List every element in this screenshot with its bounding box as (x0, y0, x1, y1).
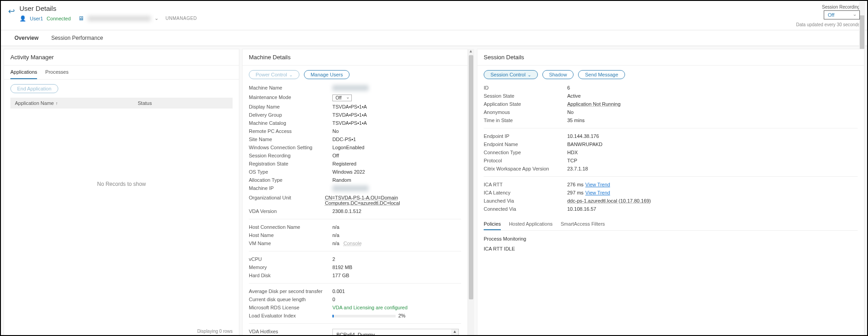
managed-state: UNMANAGED (166, 16, 197, 21)
session-details-panel: Session Details Session Control⌄ Shadow … (477, 49, 864, 336)
organizational-unit[interactable]: CN=TSVDA-PS-1-A,OU=Domain Computers,DC=a… (325, 195, 461, 206)
chevron-down-icon: ⌄ (289, 72, 293, 77)
session-recording-label: Session Recording (796, 5, 860, 9)
machine-catalog: TSVDA•PS•1•A (332, 120, 367, 126)
data-updated-text: Data updated every 30 seconds (796, 22, 860, 27)
view-trend-link[interactable]: View Trend (585, 182, 610, 187)
no-records-text: No Records to show (10, 109, 233, 260)
ica-latency: 297 msView Trend (567, 190, 610, 195)
hotfix-scrollbar[interactable]: ▲▼ (451, 329, 458, 336)
machine-title: Machine Details (243, 49, 467, 66)
disk-queue-length: 0 (332, 297, 335, 302)
chevron-down-icon: ⌄ (527, 72, 531, 77)
console-link[interactable]: Console (343, 241, 361, 246)
machine-name-value (332, 85, 369, 91)
main-tabs: Overview Session Performance (1, 30, 867, 46)
os-type: Windows 2022 (332, 169, 365, 175)
hotfix-item[interactable]: BCRx64_Dummy (336, 331, 450, 336)
anonymous: No (567, 109, 574, 115)
user-name[interactable]: User1 (30, 16, 43, 21)
registration-state: Registered (332, 161, 356, 166)
monitor-icon: 🖥 (78, 15, 84, 22)
time-in-state: 35 mins (567, 118, 585, 123)
divider (249, 283, 461, 284)
remote-pc-access: No (332, 128, 339, 134)
rds-license: VDA and Licensing are configured (332, 305, 407, 310)
connection-type: HDX (567, 150, 578, 155)
send-message-button[interactable]: Send Message (578, 70, 625, 79)
endpoint-name: BANWRUPAKD (567, 142, 602, 147)
apps-table-header: Application Name↑ Status (10, 98, 233, 109)
connection-status: Connected (47, 16, 70, 21)
tab-processes[interactable]: Processes (45, 66, 68, 79)
page-title: User Details (19, 5, 796, 12)
process-monitoring-label: Process Monitoring (484, 236, 858, 241)
divider (249, 323, 461, 324)
scroll-up-icon[interactable]: ▲ (453, 329, 457, 334)
tab-hosted-applications[interactable]: Hosted Applications (509, 218, 553, 230)
back-icon[interactable]: ↩ (8, 6, 15, 16)
load-evaluator-index: 2% (332, 313, 406, 318)
tab-session-performance[interactable]: Session Performance (45, 30, 109, 46)
power-control-button[interactable]: Power Control⌄ (249, 70, 299, 79)
displaying-rows: Displaying 0 rows (197, 329, 233, 334)
launched-via[interactable]: ddc-ps-1.azuredtl.local (10.17.80.169) (567, 198, 651, 203)
delivery-group: TSVDA•PS•1•A (332, 112, 367, 118)
tab-policies[interactable]: Policies (484, 218, 501, 230)
divider (484, 176, 858, 177)
endpoint-ip: 10.144.38.176 (567, 133, 599, 139)
vm-name: n/a Console (332, 241, 362, 246)
application-state[interactable]: Application Not Running (567, 101, 621, 107)
divider (484, 128, 858, 128)
memory: 8192 MB (332, 265, 352, 270)
machine-details-panel: Machine Details Power Control⌄ Manage Us… (242, 49, 468, 336)
end-application-button[interactable]: End Application (10, 84, 58, 93)
mid-scrollbar[interactable]: ▲ ▼ (468, 49, 474, 336)
session-id: 6 (567, 85, 570, 90)
protocol: TCP (567, 158, 577, 163)
connected-via: 10.108.16.57 (567, 206, 596, 212)
activity-manager-panel: Activity Manager Applications Processes … (4, 49, 239, 336)
activity-title: Activity Manager (4, 49, 239, 66)
session-title: Session Details (477, 49, 864, 66)
tab-applications[interactable]: Applications (10, 66, 37, 79)
divider (249, 251, 461, 251)
maintenance-mode-select[interactable]: Off (332, 95, 352, 101)
ica-rtt: 276 msView Trend (567, 182, 610, 187)
user-icon: 👤 (19, 15, 26, 22)
session-state: Active (567, 93, 581, 99)
scroll-up-icon[interactable]: ▲ (469, 49, 473, 53)
tab-overview[interactable]: Overview (8, 30, 45, 46)
tab-smartaccess-filters[interactable]: SmartAccess Filters (561, 218, 605, 230)
view-trend-link[interactable]: View Trend (585, 190, 610, 195)
col-application-name[interactable]: Application Name↑ (10, 98, 133, 109)
header: ↩ User Details 👤 User1 Connected 🖥 ⌄ UNM… (1, 1, 867, 30)
session-recording-val: Off (332, 153, 339, 158)
allocation-type: Random (332, 177, 351, 183)
shadow-button[interactable]: Shadow (542, 70, 574, 79)
vda-version: 2308.0.1.512 (332, 208, 361, 214)
machine-name-masked (88, 16, 151, 21)
chevron-down-icon[interactable]: ⌄ (154, 15, 159, 21)
vcpu: 2 (332, 256, 335, 262)
hotfix-list[interactable]: BCRx64_Dummy BrokerAgentWx64_Dummy ▲▼ (332, 329, 459, 336)
avg-disk-transfer: 0.001 (332, 289, 345, 294)
display-name: TSVDA•PS•1•A (332, 104, 367, 109)
host-connection: n/a (332, 224, 339, 230)
session-control-button[interactable]: Session Control⌄ (484, 70, 538, 79)
host-name: n/a (332, 232, 339, 238)
manage-users-button[interactable]: Manage Users (304, 70, 350, 79)
cwa-version: 23.7.1.18 (567, 166, 588, 171)
divider (249, 219, 461, 219)
hard-disk: 177 GB (332, 273, 349, 278)
sort-asc-icon: ↑ (56, 101, 58, 106)
site-name: DDC-PS•1 (332, 137, 356, 142)
scroll-down-icon[interactable]: ▼ (469, 334, 473, 336)
machine-ip (332, 185, 369, 191)
win-conn-setting: LogonEnabled (332, 145, 364, 150)
ica-rtt-idle-label: ICA RTT IDLE (484, 246, 858, 251)
session-recording-select[interactable]: Off (824, 10, 860, 19)
col-status[interactable]: Status (133, 98, 233, 109)
